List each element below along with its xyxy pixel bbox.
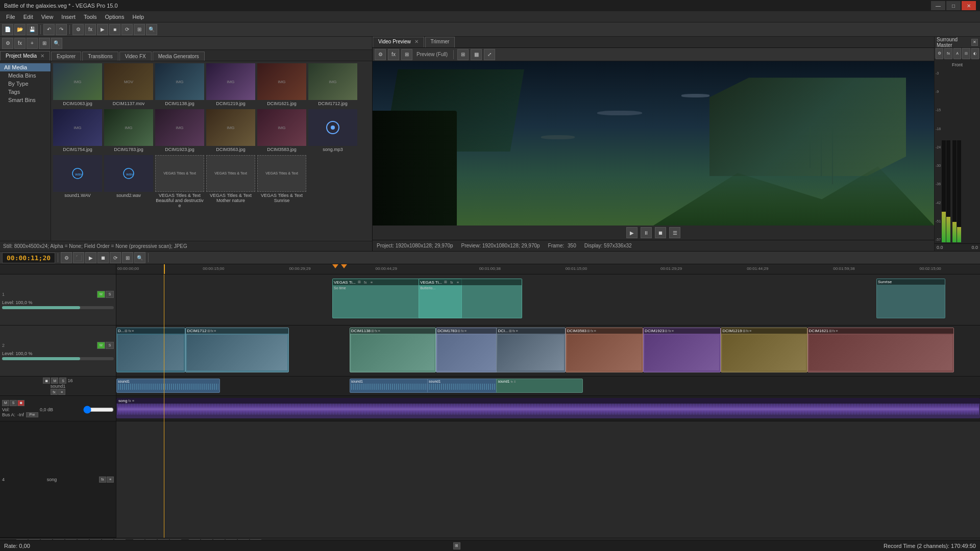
clip-title-2[interactable]: VEGAS Ti... ⊞ fx ≡ Butterlo... [419, 279, 522, 318]
audio-clip-sound1-2[interactable]: sound1 [350, 379, 436, 393]
clip1621-env[interactable]: ≡ [836, 329, 838, 333]
tab-transitions[interactable]: Transitions [82, 52, 118, 61]
aclip-fx[interactable]: fx [510, 380, 513, 383]
menu-file[interactable]: File [2, 13, 19, 21]
pm-view[interactable]: ⊞ [39, 38, 50, 49]
track1-solo[interactable]: S [106, 291, 114, 298]
surround-a[interactable]: A [953, 48, 961, 59]
minimize-button[interactable]: — [931, 1, 945, 10]
clip1712-fx[interactable]: fx [211, 329, 213, 333]
audio1-solo[interactable]: S [59, 378, 66, 384]
audio1-stop[interactable]: ⏹ [43, 378, 50, 384]
surround-close[interactable]: ✕ [971, 39, 978, 46]
song-fx[interactable]: fx [99, 477, 106, 483]
clip-dcim1712[interactable]: DCIM1712 ⊞ fx ≡ [185, 328, 289, 372]
amain-vol-slider[interactable] [83, 408, 114, 412]
media-item-dcim1712[interactable]: IMG DCIM1712.jpg [308, 63, 357, 107]
prev-stop[interactable]: ⏹ [655, 227, 666, 238]
loop-button[interactable]: ⟳ [121, 24, 133, 35]
tab-trimmer[interactable]: Trimmer [425, 37, 455, 47]
audio1-mute[interactable]: M [51, 378, 58, 384]
clip-d[interactable]: D... ⊞ fx ≡ [116, 328, 185, 372]
media-item-dcim1923[interactable]: IMG DCIM1923.jpg [155, 109, 204, 153]
clip1219-btn[interactable]: ⊞ [743, 329, 746, 333]
clip1621-btn[interactable]: ⊞ [829, 329, 832, 333]
clip-dcim3583[interactable]: DCIM3583 ⊞ fx ≡ [566, 328, 643, 372]
menu-edit[interactable]: Edit [19, 13, 37, 21]
clip1923-env[interactable]: ≡ [672, 329, 674, 333]
settings-button[interactable]: ⚙ [72, 24, 84, 35]
audio1-fx[interactable]: fx [51, 389, 58, 395]
amain-pre[interactable]: Pre [26, 412, 38, 417]
clip-dcim1138[interactable]: DCIM1138 ⊞ fx ≡ [350, 328, 436, 372]
clip1138-fx[interactable]: fx [375, 329, 377, 333]
menu-view[interactable]: View [37, 13, 58, 21]
audio-clip-sound1-1[interactable]: sound1 [116, 379, 220, 393]
song-clip-fx[interactable]: fx [128, 399, 131, 403]
menu-tools[interactable]: Tools [80, 13, 101, 21]
clip3583-btn[interactable]: ⊞ [587, 329, 590, 333]
vp-tab-close[interactable]: ✕ [414, 39, 419, 44]
media-item-dcim1219[interactable]: IMG DCIM1219.jpg [206, 63, 255, 107]
tl-marker[interactable]: ⬛ [73, 252, 84, 263]
preview-zoom[interactable]: ⊞ [401, 49, 412, 60]
clip1783-fx[interactable]: fx [461, 329, 463, 333]
preview-settings[interactable]: ⚙ [375, 49, 386, 60]
media-item-title-3[interactable]: VEGAS Titles & Text VEGAS Titles & TextS… [257, 155, 306, 209]
media-item-title-2[interactable]: VEGAS Titles & Text VEGAS Titles & TextM… [206, 155, 255, 209]
surround-b[interactable]: ⊟ [962, 48, 970, 59]
track1-mute[interactable]: M [97, 291, 105, 298]
amain-mute[interactable]: M [2, 400, 9, 406]
clip3583-fx[interactable]: fx [591, 329, 593, 333]
tab-media-generators[interactable]: Media Generators [153, 52, 205, 61]
preview-full[interactable]: ⤢ [484, 49, 495, 60]
save-button[interactable]: 💾 [27, 24, 38, 35]
tl-play[interactable]: ▶ [85, 252, 96, 263]
track2-mute[interactable]: M [97, 342, 105, 349]
tab-explorer[interactable]: Explorer [51, 52, 81, 61]
media-item-dcim1783[interactable]: IMG DCIM1783.jpg [104, 109, 153, 153]
tree-by-type[interactable]: By Type [0, 80, 51, 88]
clip1-btn1[interactable]: ⊞ [357, 280, 362, 285]
song-clip[interactable]: song fx ≡ [116, 398, 980, 418]
song-env[interactable]: ≡ [107, 477, 114, 483]
media-item-dcim1138[interactable]: IMG DCIM1138.jpg [155, 63, 204, 107]
fx-button[interactable]: fx [85, 24, 96, 35]
clip-dci-env[interactable]: ≡ [516, 329, 518, 333]
tab-project-media[interactable]: Project Media ✕ [0, 51, 50, 61]
clip2-btn1[interactable]: ⊞ [443, 280, 448, 285]
clip1923-btn[interactable]: ⊞ [665, 329, 668, 333]
pm-import[interactable]: + [27, 38, 38, 49]
status-btn1[interactable]: ⊞ [453, 542, 460, 549]
clip-dci-btn[interactable]: ⊞ [509, 329, 512, 333]
clip1712-btn[interactable]: ⊞ [207, 329, 210, 333]
clip-dcim1621[interactable]: DCIM1621 ⊞ fx ≡ [807, 328, 954, 372]
preview-safe[interactable]: ▦ [471, 49, 482, 60]
media-item-dcim1621[interactable]: IMG DCIM1621.jpg [257, 63, 306, 107]
clip1138-env[interactable]: ≡ [378, 329, 380, 333]
tl-zoom[interactable]: 🔍 [134, 252, 145, 263]
tl-stop[interactable]: ⏹ [97, 252, 109, 263]
close-button[interactable]: ✕ [962, 1, 976, 10]
open-button[interactable]: 📂 [14, 24, 26, 35]
clip3583-env[interactable]: ≡ [594, 329, 596, 333]
stop-button[interactable]: ■ [109, 24, 120, 35]
prev-list[interactable]: ☰ [669, 227, 680, 238]
clip1-btn2[interactable]: fx [363, 280, 368, 285]
preview-grid[interactable]: ⊞ [457, 49, 469, 60]
prev-pause[interactable]: ⏸ [641, 227, 652, 238]
clip-d-env[interactable]: ≡ [132, 329, 134, 333]
clip1138-btn[interactable]: ⊞ [371, 329, 374, 333]
clip1783-env[interactable]: ≡ [464, 329, 467, 333]
tab-video-preview[interactable]: Video Preview ✕ [373, 37, 424, 47]
clip1923-fx[interactable]: fx [668, 329, 671, 333]
audio1-env[interactable]: ≡ [58, 389, 65, 395]
tree-media-bins[interactable]: Media Bins [0, 71, 51, 80]
tree-smart-bins[interactable]: Smart Bins [0, 96, 51, 104]
menu-options[interactable]: Options [101, 13, 129, 21]
media-item-sound2[interactable]: wav sound2.wav [104, 155, 153, 209]
audio-clip-sound1-4[interactable]: sound1 fx ≡ [496, 379, 582, 393]
tl-settings[interactable]: ⚙ [61, 252, 72, 263]
amain-arm[interactable]: ⏺ [17, 400, 24, 406]
menu-insert[interactable]: Insert [57, 13, 80, 21]
